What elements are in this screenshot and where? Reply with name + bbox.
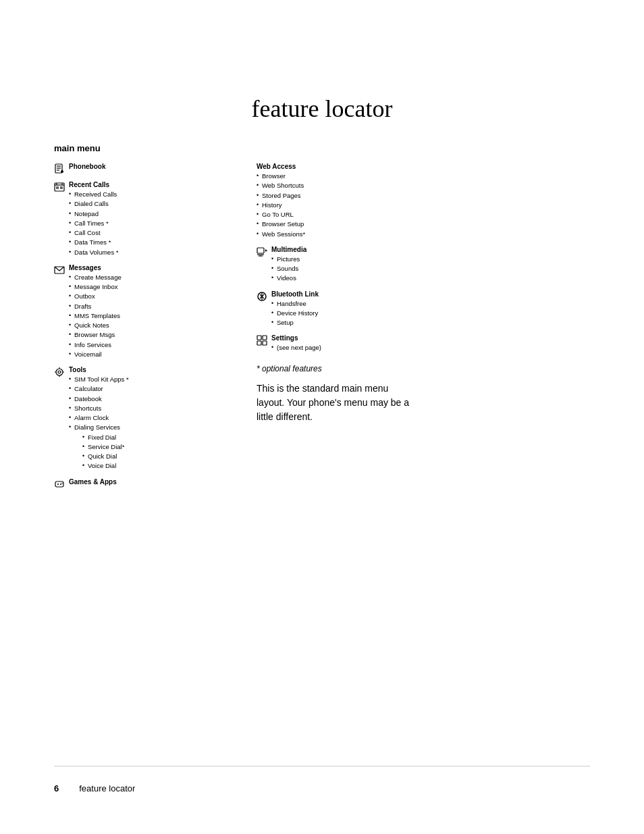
tools-content: Tools SIM Tool Kit Apps * Calculator Dat… <box>69 366 243 471</box>
phonebook-title: Phonebook <box>69 163 243 170</box>
menu-columns: Phonebook <box>54 163 590 496</box>
list-item: Notepad <box>69 209 243 219</box>
section-recent-calls: Recent Calls Received Calls Dialed Calls… <box>54 181 243 257</box>
recent-calls-items: Received Calls Dialed Calls Notepad Call… <box>69 190 243 257</box>
section-games-apps: Games & Apps <box>54 478 243 490</box>
multimedia-content: Multimedia Pictures Sounds Videos <box>271 246 446 284</box>
messages-title: Messages <box>69 264 243 271</box>
list-item: Dialing Services Fixed Dial Service Dial… <box>69 423 243 471</box>
svg-rect-32 <box>257 341 261 345</box>
dialing-services-items: Fixed Dial Service Dial* Quick Dial Voic… <box>74 433 243 471</box>
list-item: Data Volumes * <box>69 248 243 257</box>
multimedia-icon <box>257 246 271 257</box>
svg-rect-30 <box>257 336 261 340</box>
list-item: Data Times * <box>69 238 243 247</box>
list-item: MMS Templates <box>69 311 243 321</box>
list-item: Handsfree <box>271 299 446 309</box>
list-item: Voicemail <box>69 350 243 359</box>
svg-rect-31 <box>263 336 267 340</box>
settings-content: Settings (see next page) <box>271 334 446 353</box>
left-column: Phonebook <box>54 163 243 496</box>
list-item: Message Inbox <box>69 282 243 292</box>
recent-calls-icon <box>54 182 69 192</box>
settings-items: (see next page) <box>271 343 446 353</box>
recent-calls-title: Recent Calls <box>69 181 243 188</box>
list-item: Info Services <box>69 340 243 350</box>
svg-rect-20 <box>55 481 63 487</box>
svg-point-14 <box>56 369 63 375</box>
right-column: Web Access Browser Web Shortcuts Stored … <box>257 163 446 424</box>
list-item: Go To URL <box>257 210 446 219</box>
list-item: Device History <box>271 309 446 318</box>
main-menu-label: main menu <box>54 143 590 153</box>
svg-point-4 <box>61 170 63 173</box>
settings-title: Settings <box>271 334 446 342</box>
list-item: Outbox <box>69 292 243 301</box>
optional-note: * optional features <box>257 364 446 373</box>
tools-icon <box>54 367 69 377</box>
page-number: 6 <box>54 783 59 793</box>
list-item: Shortcuts <box>69 404 243 413</box>
list-item: Browser Msgs <box>69 330 243 340</box>
web-access-content: Web Access Browser Web Shortcuts Stored … <box>257 163 446 239</box>
list-item: SIM Tool Kit Apps * <box>69 375 243 384</box>
list-item: Browser <box>257 172 446 181</box>
description-text: This is the standard main menu layout. Y… <box>257 382 419 424</box>
list-item: Alarm Clock <box>69 413 243 423</box>
list-item: Setup <box>271 318 446 328</box>
list-item: Call Times * <box>69 219 243 228</box>
footer-label: feature locator <box>79 783 135 793</box>
list-item: Voice Dial <box>82 461 243 471</box>
list-item: History <box>257 201 446 210</box>
multimedia-title: Multimedia <box>271 246 446 253</box>
games-apps-title: Games & Apps <box>69 478 243 486</box>
list-item: Stored Pages <box>257 191 446 201</box>
bluetooth-items: Handsfree Device History Setup <box>271 299 446 328</box>
phonebook-content: Phonebook <box>69 163 243 172</box>
settings-icon <box>257 335 271 346</box>
list-item: Pictures <box>271 255 446 264</box>
section-phonebook: Phonebook <box>54 163 243 174</box>
section-web-access: Web Access Browser Web Shortcuts Stored … <box>257 163 446 239</box>
list-item: Dialed Calls <box>69 199 243 209</box>
footer-divider <box>54 766 590 766</box>
list-item: Received Calls <box>69 190 243 199</box>
bluetooth-content: Bluetooth Link Handsfree Device History … <box>271 290 446 328</box>
list-item: Sounds <box>271 264 446 273</box>
svg-marker-26 <box>265 249 267 252</box>
svg-rect-33 <box>263 341 267 345</box>
bluetooth-title: Bluetooth Link <box>271 290 446 298</box>
list-item: Calculator <box>69 384 243 394</box>
list-item: Drafts <box>69 302 243 311</box>
bluetooth-icon <box>257 291 271 302</box>
games-apps-content: Games & Apps <box>69 478 243 487</box>
svg-rect-25 <box>257 248 264 253</box>
svg-point-23 <box>60 484 61 485</box>
list-item: Call Cost <box>69 228 243 238</box>
list-item: Quick Dial <box>82 452 243 461</box>
list-item: Service Dial* <box>82 442 243 452</box>
tools-items: SIM Tool Kit Apps * Calculator Datebook … <box>69 375 243 471</box>
multimedia-items: Pictures Sounds Videos <box>271 255 446 284</box>
list-item: Browser Setup <box>257 219 446 229</box>
list-item: Videos <box>271 273 446 283</box>
messages-icon <box>54 265 69 276</box>
games-apps-icon <box>54 479 69 490</box>
section-bluetooth: Bluetooth Link Handsfree Device History … <box>257 290 446 328</box>
tools-title: Tools <box>69 366 243 373</box>
svg-point-15 <box>58 371 61 373</box>
list-item: (see next page) <box>271 343 446 353</box>
svg-point-24 <box>61 482 63 484</box>
list-item: Fixed Dial <box>82 433 243 442</box>
list-item: Datebook <box>69 394 243 404</box>
page-title: feature locator <box>54 95 590 123</box>
section-settings: Settings (see next page) <box>257 334 446 353</box>
list-item: Web Shortcuts <box>257 181 446 190</box>
page: feature locator main menu Phonebook <box>0 0 644 834</box>
list-item: Quick Notes <box>69 321 243 330</box>
web-access-title: Web Access <box>257 163 446 170</box>
messages-items: Create Message Message Inbox Outbox Draf… <box>69 273 243 359</box>
list-item: Web Sessions* <box>257 230 446 239</box>
page-footer: 6 feature locator <box>54 783 135 793</box>
phonebook-icon <box>54 163 69 174</box>
